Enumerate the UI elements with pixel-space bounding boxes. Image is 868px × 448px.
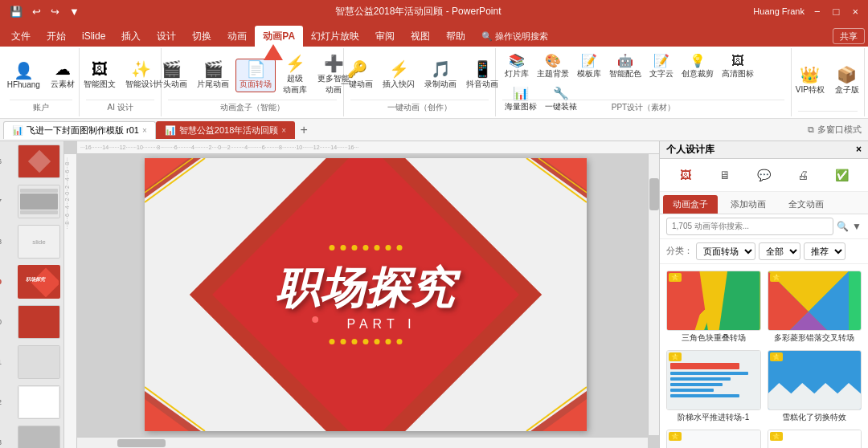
panel-icons: 🖼 🖥 💬 🖨 ✅ xyxy=(660,159,868,192)
ribbon-btn-smart-image[interactable]: 🖼 智能图文 xyxy=(80,59,119,92)
slide-thumb-18[interactable]: slide xyxy=(18,225,60,259)
ribbon-btn-onekey[interactable]: 🔑 一键动画 xyxy=(338,59,376,92)
ribbon-group-ppt: 📚 灯片库 🎨 主题背景 📝 模板库 🤖 智能配色 📝 文字云 💡 创意 xyxy=(496,48,792,116)
ribbon-btn-theme[interactable]: 🎨 主题背景 xyxy=(534,51,571,81)
ribbon-btn-template[interactable]: 📝 模板库 xyxy=(575,51,604,81)
ribbon-content: 👤 HFhuang ☁ 云素材 账户 🖼 智能图文 ✨ 智能设计 AI 设计 xyxy=(0,47,868,119)
panel-icon-screen[interactable]: 🖥 xyxy=(714,164,736,186)
doc-tab-1[interactable]: 📊 飞进一下封面图制作模版 r01 × xyxy=(3,121,156,139)
ruler-top: ···16·······14·······12·······10········… xyxy=(77,141,659,154)
tab-review[interactable]: 审阅 xyxy=(367,26,403,47)
anim-card-5[interactable]: 🌟 xyxy=(666,430,761,448)
ribbon-btn-flash[interactable]: ⚡ 插入快闪 xyxy=(379,59,418,92)
ribbon-btn-super-anim[interactable]: ⚡ 超级动画库 xyxy=(279,54,311,97)
ribbon-btn-intro-anim[interactable]: 🎬 片头动画 xyxy=(152,59,190,92)
filter-icon[interactable]: ▼ xyxy=(852,221,862,232)
slide-thumb-19[interactable]: 职场探究 xyxy=(18,265,60,299)
filter-category[interactable]: 页面转场 片头动画 片尾动画 xyxy=(696,242,755,260)
group-title-account: 账户 xyxy=(10,100,72,113)
quick-access-redo[interactable]: ↪ xyxy=(47,4,63,19)
slide-num-16: 16 xyxy=(0,157,2,165)
wordcloud-icon: 📝 xyxy=(653,53,669,68)
doc-tab-add[interactable]: + xyxy=(295,121,313,139)
tab-file[interactable]: 文件 xyxy=(3,26,39,47)
anim-card-3[interactable]: 🌟 阶梯水平推进转场-1 xyxy=(666,350,761,423)
slide-thumb-22[interactable] xyxy=(18,385,60,419)
ribbon-btn-box[interactable]: 📦 盒子版 xyxy=(831,65,863,97)
tab-slideshow[interactable]: 幻灯片放映 xyxy=(303,26,367,47)
tab-search[interactable]: 🔍 操作说明搜索 xyxy=(473,26,556,47)
ribbon-btn-cloud[interactable]: ☁ 云素材 xyxy=(47,59,79,92)
ribbon-btn-color[interactable]: 🤖 智能配色 xyxy=(607,51,644,81)
group-content-oneclick: 🔑 一键动画 ⚡ 插入快闪 🎵 录制动画 📱 抖音动画 xyxy=(338,51,502,100)
panel-tab-fullanim[interactable]: 全文动画 xyxy=(779,195,833,214)
quick-access-more[interactable]: ▼ xyxy=(66,4,83,19)
doc-tab-icon-1: 📊 xyxy=(12,125,23,136)
doc-tab-icon-2: 📊 xyxy=(165,125,176,136)
slide-thumb-16[interactable] xyxy=(18,145,60,178)
quick-access-save[interactable]: 💾 xyxy=(6,4,26,19)
quick-access-undo[interactable]: ↩ xyxy=(29,4,44,19)
panel-icon-check[interactable]: ✅ xyxy=(831,164,854,186)
doc-tab-close-2[interactable]: × xyxy=(281,126,286,135)
panel-tab-animbox[interactable]: 动画盒子 xyxy=(663,195,718,214)
anim-card-6[interactable]: PPTOPIA 🌟 xyxy=(768,430,862,448)
panel-icon-gallery[interactable]: 🖼 xyxy=(674,164,697,186)
close-button[interactable]: × xyxy=(849,4,862,19)
slide-item-22: 22 xyxy=(3,385,60,419)
filter-row: 分类： 页面转场 片头动画 片尾动画 全部 推荐 xyxy=(660,239,868,264)
tab-home[interactable]: 开始 xyxy=(39,26,74,47)
ribbon-btn-hd-icon[interactable]: 🖼 高清图标 xyxy=(719,52,756,81)
tab-animations[interactable]: 动画 xyxy=(219,26,255,47)
tab-view[interactable]: 视图 xyxy=(403,26,438,47)
slide-thumb-17[interactable] xyxy=(18,185,60,218)
panel-tab-addanim[interactable]: 添加动画 xyxy=(721,195,776,214)
corner-tl xyxy=(145,158,217,214)
minimize-button[interactable]: − xyxy=(811,4,824,19)
ribbon-group-oneclick: 🔑 一键动画 ⚡ 插入快闪 🎵 录制动画 📱 抖音动画 一键动画（创作） xyxy=(344,48,496,116)
tab-transitions[interactable]: 切换 xyxy=(184,26,219,47)
multi-window-icon[interactable]: ⧉ xyxy=(808,124,814,135)
subtitle-dot xyxy=(312,316,318,323)
ribbon-btn-record[interactable]: 🎵 录制动画 xyxy=(421,59,460,92)
doc-tab-close-1[interactable]: × xyxy=(142,126,147,135)
panel-close[interactable]: × xyxy=(856,144,862,155)
ribbon-btn-hfhuang[interactable]: 👤 HFhuang xyxy=(4,61,43,91)
tab-animation-pa[interactable]: 动画PA xyxy=(255,26,303,47)
tab-help[interactable]: 帮助 xyxy=(438,26,473,47)
ribbon-btn-creative[interactable]: 💡 创意裁剪 xyxy=(679,51,716,81)
slide-thumb-20[interactable] xyxy=(18,305,60,339)
search-input[interactable] xyxy=(666,218,833,235)
vertical-scrollbar[interactable] xyxy=(648,154,659,435)
ribbon-btn-vip[interactable]: 👑 VIP特权 xyxy=(792,65,828,97)
slide-canvas[interactable]: 职场探究 PART Ⅰ xyxy=(145,158,587,431)
filter-recommend[interactable]: 推荐 xyxy=(804,242,845,260)
tab-insert[interactable]: 插入 xyxy=(113,26,149,47)
slide-thumb-23[interactable] xyxy=(18,426,60,448)
share-button[interactable]: 共享 xyxy=(833,28,865,44)
ruler-left: ···8···6···4···2··0··2···4···6···8··· xyxy=(64,154,77,448)
slide-thumb-21[interactable] xyxy=(18,345,60,379)
intro-anim-icon: 🎬 xyxy=(162,61,182,77)
maximize-button[interactable]: □ xyxy=(830,4,843,19)
horizontal-scrollbar[interactable] xyxy=(77,437,648,448)
ribbon-group-anim-box: 🎬 片头动画 🎬 片尾动画 📄 页面转场 ⚡ 超级动画库 ➕ 更多智能动画 动画… xyxy=(162,48,345,116)
tab-islide[interactable]: iSlide xyxy=(74,26,113,47)
ribbon-btn-page-transition[interactable]: 📄 页面转场 xyxy=(235,59,276,92)
panel-icon-chat[interactable]: 💬 xyxy=(752,164,775,186)
anim-card-2[interactable]: 🌟 多彩菱形错落交叉转场 xyxy=(768,271,862,344)
ribbon-btn-outro-anim[interactable]: 🎬 片尾动画 xyxy=(194,59,232,92)
filter-all[interactable]: 全部 xyxy=(759,242,800,260)
ribbon-btn-wordcloud[interactable]: 📝 文字云 xyxy=(647,51,676,81)
anim-card-1[interactable]: 🌟 三角色块重叠转场 xyxy=(666,271,761,344)
search-icon[interactable]: 🔍 xyxy=(837,221,849,232)
panel-icon-print[interactable]: 🖨 xyxy=(792,164,814,186)
tab-design[interactable]: 设计 xyxy=(149,26,184,47)
onekey-icon: 🔑 xyxy=(347,61,367,77)
group-title-anim-box: 动画盒子（智能） xyxy=(168,100,338,113)
slide-item-18: 18 slide xyxy=(3,225,60,259)
doc-tab-2[interactable]: 📊 智慧公益2018年活动回顾 × xyxy=(156,121,295,139)
ribbon-btn-slidelib[interactable]: 📚 灯片库 xyxy=(502,51,531,81)
anim-card-4[interactable]: 🌟 雪糕化了切换特效 xyxy=(768,350,862,423)
page-trans-icon: 📄 xyxy=(246,61,266,77)
